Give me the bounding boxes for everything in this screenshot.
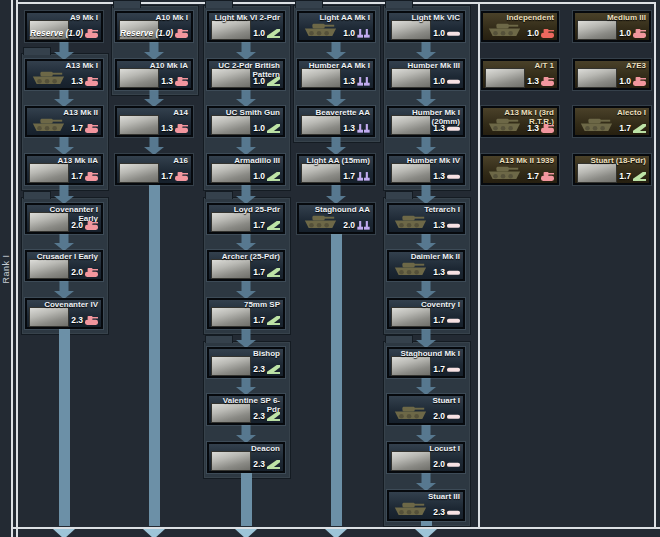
battle-rating-value: 1.7 xyxy=(433,315,445,325)
tank-class-icon xyxy=(175,172,188,181)
car-class-icon xyxy=(447,221,460,230)
vehicle-card[interactable]: Humber Mk III1.0 xyxy=(387,59,465,90)
battle-rating-row: 1.3 xyxy=(433,171,460,181)
battle-rating-value: 1.3 xyxy=(343,76,355,86)
research-arrow xyxy=(416,327,436,348)
research-arrow xyxy=(236,376,256,395)
vehicle-card[interactable]: Stuart III2.3 xyxy=(387,490,465,521)
vehicle-card[interactable]: Covenanter I Early2.0 xyxy=(25,203,103,234)
vehicle-thumbnail xyxy=(301,163,341,183)
vehicle-thumbnail xyxy=(119,115,159,135)
vehicle-group-tab[interactable] xyxy=(205,0,233,8)
vehicle-card[interactable]: Locust I2.0 xyxy=(387,442,465,473)
vehicle-card[interactable]: 75mm SP1.7 xyxy=(207,298,285,329)
vehicle-card[interactable]: Loyd 25-Pdr1.7 xyxy=(207,203,285,234)
battle-rating-value: 2.0 xyxy=(433,459,445,469)
right-border-line xyxy=(654,2,656,527)
battle-rating-value: 2.3 xyxy=(433,507,445,517)
battle-rating-row: 1.7 xyxy=(71,171,98,181)
vehicle-card[interactable]: UC Smith Gun1.0 xyxy=(207,106,285,137)
vehicle-card[interactable]: Valentine SP 6-Pdr2.3 xyxy=(207,394,285,425)
vehicle-card[interactable]: A9 Mk IReserve (1.0) xyxy=(25,11,103,42)
vehicle-group-tab[interactable] xyxy=(205,335,233,343)
vehicle-name: A13 Mk IIA xyxy=(29,157,98,166)
premium-divider-line xyxy=(478,2,480,527)
vehicle-card[interactable]: A141.3 xyxy=(115,106,193,137)
vehicle-card[interactable]: Armadillo III1.0 xyxy=(207,154,285,185)
vehicle-card[interactable]: Tetrarch I1.3 xyxy=(387,203,465,234)
vehicle-group-tab[interactable] xyxy=(385,191,413,199)
aa-class-icon xyxy=(357,29,370,38)
battle-rating-row: 2.3 xyxy=(253,411,280,421)
vehicle-card[interactable]: Humber AA Mk I1.3 xyxy=(297,59,375,90)
vehicle-card[interactable]: A13 Mk IIA1.7 xyxy=(25,154,103,185)
vehicle-card[interactable]: Archer (25-Pdr)1.7 xyxy=(207,250,285,281)
battle-rating-value: 1.7 xyxy=(619,123,631,133)
battle-rating-row: 1.7 xyxy=(619,123,646,133)
vehicle-card[interactable]: Alecto I1.7 xyxy=(573,106,651,137)
battle-rating-value: 1.3 xyxy=(433,267,445,277)
vehicle-thumbnail xyxy=(577,68,617,88)
vehicle-card[interactable]: Stuart I2.0 xyxy=(387,394,465,425)
battle-rating-row: 1.0 xyxy=(433,76,460,86)
vehicle-card[interactable]: Bishop2.3 xyxy=(207,347,285,378)
vehicle-card[interactable]: UC 2-Pdr British Pattern1.0 xyxy=(207,59,285,90)
vehicle-card[interactable]: A13 Mk I (3rd R.T.R.)1.3 xyxy=(481,106,559,137)
vehicle-thumbnail xyxy=(211,212,251,232)
battle-rating-value: 1.3 xyxy=(527,123,539,133)
vehicle-card[interactable]: A10 Mk IReserve (1.0) xyxy=(115,11,193,42)
vehicle-thumbnail xyxy=(391,499,431,519)
vehicle-group-tab[interactable] xyxy=(295,0,323,8)
vehicle-group-tab[interactable] xyxy=(385,0,413,8)
vehicle-card[interactable]: A10 Mk IA1.3 xyxy=(115,59,193,90)
vehicle-thumbnail xyxy=(485,163,525,183)
vehicle-card[interactable]: A/T 11.3 xyxy=(481,59,559,90)
vehicle-card[interactable]: Light AA Mk I1.0 xyxy=(297,11,375,42)
vehicle-group-tab[interactable] xyxy=(23,191,51,199)
vehicle-group-tab[interactable] xyxy=(23,47,51,55)
vehicle-card[interactable]: Light Mk VI 2-Pdr1.0 xyxy=(207,11,285,42)
vehicle-card[interactable]: Independent1.0 xyxy=(481,11,559,42)
vehicle-card[interactable]: A13 Mk I1.3 xyxy=(25,59,103,90)
vehicle-card[interactable]: Humber Mk IV1.3 xyxy=(387,154,465,185)
vehicle-card[interactable]: Covenanter IV2.3 xyxy=(25,298,103,329)
vehicle-card[interactable]: A161.7 xyxy=(115,154,193,185)
vehicle-group-tab[interactable] xyxy=(385,335,413,343)
research-arrow xyxy=(236,423,256,443)
vehicle-card[interactable]: Beaverette AA1.3 xyxy=(297,106,375,137)
vehicle-group-tab[interactable] xyxy=(205,191,233,199)
vehicle-card[interactable]: Humber Mk I (20mm)1.3 xyxy=(387,106,465,137)
battle-rating-row: 2.0 xyxy=(343,220,370,230)
battle-rating-value: 1.7 xyxy=(433,364,445,374)
td-class-icon xyxy=(267,460,280,469)
battle-rating-row: 1.3 xyxy=(433,123,460,133)
vehicle-card[interactable]: A7E31.0 xyxy=(573,59,651,90)
vehicle-card[interactable]: Crusader I Early2.0 xyxy=(25,250,103,281)
vehicle-card[interactable]: Daimler Mk II1.3 xyxy=(387,250,465,281)
battle-rating-row: 2.3 xyxy=(71,315,98,325)
research-arrow xyxy=(54,232,74,251)
vehicle-name: Light AA (15mm) xyxy=(301,157,370,166)
vehicle-thumbnail xyxy=(119,68,159,88)
battle-rating-row: 2.3 xyxy=(433,507,460,517)
vehicle-card[interactable]: Stuart (18-Pdr)1.7 xyxy=(573,154,651,185)
battle-rating-row: Reserve (1.0) xyxy=(30,28,98,38)
vehicle-name: A13 Mk I xyxy=(29,62,98,71)
vehicle-group-tab[interactable] xyxy=(113,0,141,8)
next-rank-arrowhead xyxy=(143,529,165,537)
vehicle-card[interactable]: Light AA (15mm)1.7 xyxy=(297,154,375,185)
vehicle-card[interactable]: A13 Mk II1.7 xyxy=(25,106,103,137)
next-rank-connector xyxy=(331,231,342,526)
battle-rating-row: Reserve (1.0) xyxy=(120,28,188,38)
research-arrow xyxy=(236,232,256,251)
vehicle-card[interactable]: Deacon2.3 xyxy=(207,442,285,473)
vehicle-card[interactable]: Staghound Mk I1.7 xyxy=(387,347,465,378)
vehicle-card[interactable]: Light Mk VIC1.0 xyxy=(387,11,465,42)
vehicle-card[interactable]: Medium III1.0 xyxy=(573,11,651,42)
research-arrow xyxy=(416,279,436,299)
battle-rating-value: 2.0 xyxy=(433,411,445,421)
vehicle-card[interactable]: Staghound AA2.0 xyxy=(297,203,375,234)
td-class-icon xyxy=(633,172,646,181)
vehicle-card[interactable]: Coventry I1.7 xyxy=(387,298,465,329)
vehicle-card[interactable]: A13 Mk II 19391.7 xyxy=(481,154,559,185)
